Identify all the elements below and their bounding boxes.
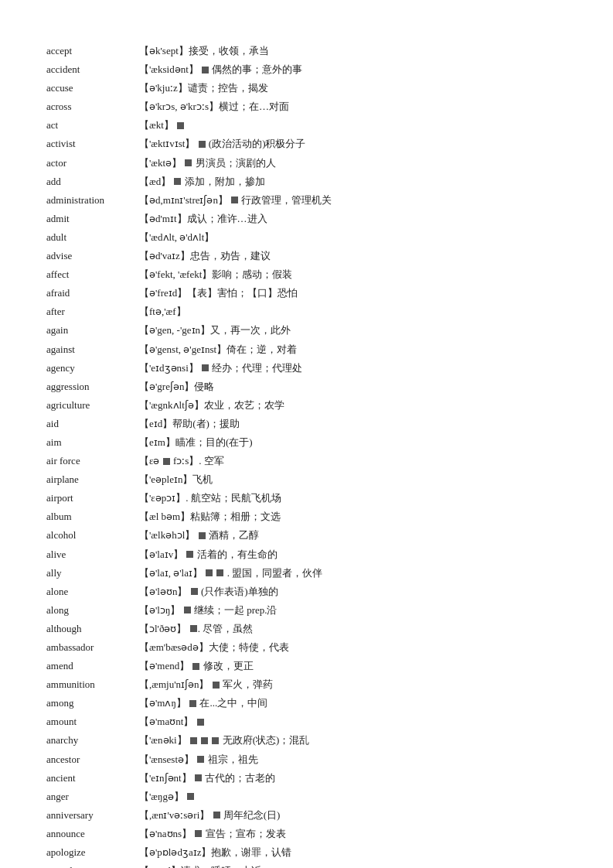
word-definition: 【'eɪnʃənt】 古代的；古老的 [139, 770, 567, 787]
word-definition: 【'ænəki】 无政府(状态)；混乱 [139, 732, 567, 749]
word-term: alcohol [46, 527, 139, 544]
list-item: across【ə'krɔs, ə'krɔːs】横过；在…对面 [46, 98, 567, 115]
square-icon [190, 625, 197, 632]
word-definition: 【ə'kjuːz】谴责；控告，揭发 [139, 80, 567, 97]
list-item: announce【ə'naʊns】 宣告；宣布；发表 [46, 825, 567, 842]
list-item: act【ækt】 [46, 117, 567, 134]
word-definition: 【'ænsestə】 祖宗，祖先 [139, 751, 567, 768]
list-item: aim【eɪm】瞄准；目的(在于) [46, 434, 567, 451]
word-term: airport [46, 490, 139, 507]
list-item: anger【'æŋgə】 [46, 788, 567, 805]
word-definition: 【æm'bæsədə】大使；特使，代表 [139, 639, 567, 656]
word-term: activist [46, 135, 139, 152]
word-definition: 【eɪd】帮助(者)；援助 [139, 415, 567, 432]
square-icon [231, 196, 238, 203]
word-definition: 【'ælkəhɔl】 酒精，乙醇 [139, 527, 567, 544]
list-item: album【æl bəm】粘贴簿；相册；文选 [46, 508, 567, 525]
word-definition: 【'æktə】 男演员；演剧的人 [139, 155, 567, 172]
word-term: airplane [46, 471, 139, 488]
square-icon [195, 774, 202, 781]
word-definition: 【ə'freɪd】【表】害怕；【口】恐怕 [139, 285, 567, 302]
word-definition: 【ə'pɒlədʒaɪz】抱歉，谢罪，认错 [139, 844, 567, 861]
list-item: activist【'æktɪvɪst】 (政治活动的)积极分子 [46, 135, 567, 152]
list-item: along【ə'lɔŋ】 继续；一起 prep.沿 [46, 602, 567, 619]
list-item: ammunition【,æmju'nɪʃən】 军火，弹药 [46, 676, 567, 693]
word-term: ally [46, 565, 139, 582]
word-definition: 【'ædʌlt, ə'dʌlt】 [139, 229, 567, 246]
word-term: ancient [46, 770, 139, 787]
word-term: although [46, 620, 139, 637]
square-icon [199, 141, 206, 148]
list-item: amount【ə'maʊnt】 [46, 713, 567, 730]
square-icon [174, 178, 181, 185]
list-item: against【ə'genst, ə'geɪnst】倚在；逆，对着 [46, 341, 567, 358]
word-term: across [46, 98, 139, 115]
list-item: ambassador【æm'bæsədə】大使；特使，代表 [46, 639, 567, 656]
word-definition: 【ə'genst, ə'geɪnst】倚在；逆，对着 [139, 341, 567, 358]
word-definition: 【ə'lɔŋ】 继续；一起 prep.沿 [139, 602, 567, 619]
square-icon [202, 67, 209, 73]
list-item: again【ə'gen, -'geɪn】又，再一次，此外 [46, 322, 567, 339]
word-definition: 【'eɪdʒənsi】 经办；代理；代理处 [139, 360, 567, 377]
word-term: admit [46, 210, 139, 227]
word-definition: 【æl bəm】粘贴簿；相册；文选 [139, 508, 567, 525]
word-definition: 【'ægnkʌltʃə】农业，农艺；农学 [139, 397, 567, 414]
word-definition: 【əd'mɪt】成认；准许…进入 [139, 210, 567, 227]
word-term: anarchy [46, 732, 139, 749]
word-definition: 【ə'fekt, 'æfekt】影响；感动；假装 [139, 266, 567, 283]
word-term: add [46, 173, 139, 190]
word-term: agriculture [46, 397, 139, 414]
word-definition: 【'æktɪvɪst】 (政治活动的)积极分子 [139, 135, 567, 152]
word-term: anger [46, 788, 139, 805]
square-icon [213, 682, 220, 689]
square-icon [191, 588, 198, 595]
word-definition: 【ə'gen, -'geɪn】又，再一次，此外 [139, 322, 567, 339]
word-definition: 【ə'mend】 修改，更正 [139, 658, 567, 675]
word-term: administration [46, 192, 139, 209]
word-definition: 【ə'laɪ, ə'laɪ】 . 盟国，同盟者，伙伴 [139, 565, 567, 582]
word-term: amount [46, 713, 139, 730]
list-item: air force【εə fɔːs】. 空军 [46, 453, 567, 470]
list-item: accuse【ə'kjuːz】谴责；控告，揭发 [46, 80, 567, 97]
word-definition: 【ə'krɔs, ə'krɔːs】横过；在…对面 [139, 98, 567, 115]
list-item: advise【əd'vaɪz】忠告，劝告，建议 [46, 248, 567, 265]
list-item: alone【ə'ləʊn】 (只作表语)单独的 [46, 583, 567, 600]
list-item: after【ftə,'æf】 [46, 303, 567, 320]
list-item: airplane【'eəpleɪn】飞机 [46, 471, 567, 488]
square-icon [199, 532, 206, 539]
list-item: apologize【ə'pɒlədʒaɪz】抱歉，谢罪，认错 [46, 844, 567, 861]
word-definition: 【,ænɪ'vəːsəri】 周年纪念(日) [139, 807, 567, 824]
list-item: accept【ək'sept】接受，收领，承当 [46, 43, 567, 60]
word-definition: 【ək'sept】接受，收领，承当 [139, 43, 567, 60]
word-definition: 【'æksidənt】 偶然的事；意外的事 [139, 61, 567, 78]
list-item: although【ɔl'ðəʊ】 . 尽管，虽然 [46, 620, 567, 637]
word-definition: 【ə'maʊnt】 [139, 713, 567, 730]
list-item: accident【'æksidənt】 偶然的事；意外的事 [46, 61, 567, 78]
word-term: accept [46, 43, 139, 60]
word-term: afraid [46, 285, 139, 302]
list-item: airport【'εəpɔɪ】. 航空站；民航飞机场 [46, 490, 567, 507]
word-term: adult [46, 229, 139, 246]
list-item: administration【əd,mɪnɪ'streɪʃən】 行政管理，管理… [46, 192, 567, 209]
list-item: add【æd】 添加，附加，掺加 [46, 173, 567, 190]
square-icon [187, 793, 194, 800]
square-icon [197, 756, 204, 763]
word-term: alive [46, 546, 139, 563]
word-term: aggression [46, 378, 139, 395]
word-term: alone [46, 583, 139, 600]
word-term: act [46, 117, 139, 134]
square-icon [163, 458, 170, 465]
word-term: accident [46, 61, 139, 78]
word-term: actor [46, 155, 139, 172]
word-definition: 【ə'piːl】请求；呼吁；上诉 [139, 863, 567, 868]
word-definition: 【ə'greʃən】侵略 [139, 378, 567, 395]
word-definition: 【æd】 添加，附加，掺加 [139, 173, 567, 190]
list-item: affect【ə'fekt, 'æfekt】影响；感动；假装 [46, 266, 567, 283]
word-term: ammunition [46, 676, 139, 693]
word-term: announce [46, 825, 139, 842]
square-icon [201, 737, 208, 744]
list-item: appeal【ə'piːl】请求；呼吁；上诉 [46, 863, 567, 868]
list-item: alive【ə'laɪv】 活着的，有生命的 [46, 546, 567, 563]
list-item: among【ə'mʌŋ】 在...之中，中间 [46, 695, 567, 712]
word-definition: 【εə fɔːs】. 空军 [139, 453, 567, 470]
